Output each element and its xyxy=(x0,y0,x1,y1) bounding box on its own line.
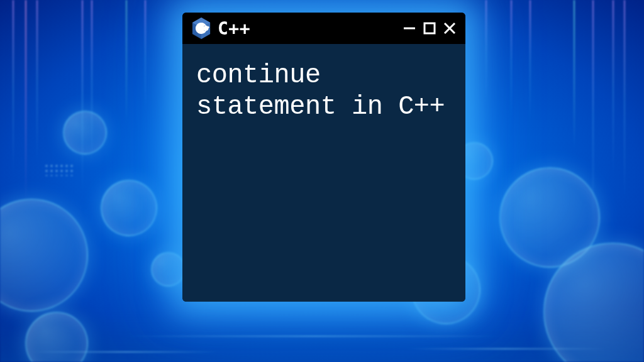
titlebar: C++ xyxy=(182,13,465,44)
window-title: C++ xyxy=(218,18,396,39)
content-text: continue statement in C++ xyxy=(196,60,452,123)
terminal-window: C++ continue statement in C++ xyxy=(182,13,465,302)
terminal-content: continue statement in C++ xyxy=(182,44,465,302)
cpp-logo-icon xyxy=(191,17,211,40)
window-controls xyxy=(402,21,457,35)
maximize-button[interactable] xyxy=(423,21,436,35)
svg-rect-4 xyxy=(205,26,206,28)
close-button[interactable] xyxy=(443,21,457,35)
svg-rect-6 xyxy=(208,26,209,28)
svg-rect-8 xyxy=(425,23,435,33)
minimize-button[interactable] xyxy=(402,21,416,35)
